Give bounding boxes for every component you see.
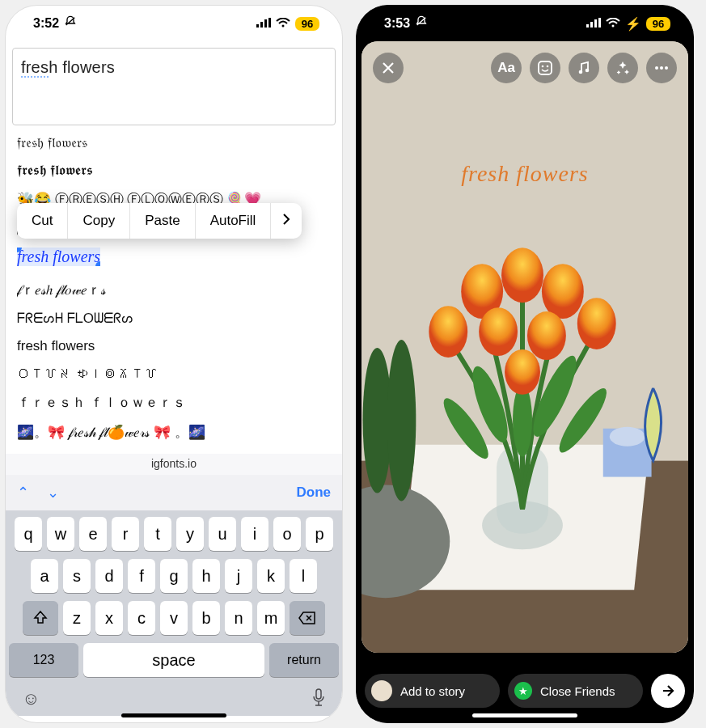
svg-rect-2 [264, 19, 267, 28]
key-e[interactable]: e [79, 517, 107, 551]
add-to-story-button[interactable]: Add to story [365, 674, 500, 708]
wifi-icon [606, 16, 620, 31]
kb-prev-arrow-icon[interactable]: ⌃ [17, 484, 29, 502]
effects-tool-button[interactable] [607, 53, 638, 83]
return-key[interactable]: return [269, 643, 339, 677]
svg-point-26 [479, 307, 518, 356]
svg-rect-34 [539, 61, 552, 74]
svg-point-41 [665, 66, 668, 70]
font-row-selected[interactable]: fresh flowers [17, 248, 100, 266]
close-friends-button[interactable]: ★ Close Friends [508, 674, 643, 708]
svg-point-25 [429, 306, 467, 358]
key-m[interactable]: m [257, 601, 285, 635]
svg-rect-5 [316, 689, 321, 699]
key-j[interactable]: j [225, 559, 252, 593]
cellular-icon [256, 16, 271, 31]
key-c[interactable]: c [128, 601, 155, 635]
font-variant-list[interactable]: Cut Copy Paste AutoFill 𝔣𝔯𝔢𝔰𝔥 𝔣𝔩𝔬𝔴𝔢𝔯𝔰𝖋𝖗𝖊… [6, 129, 342, 454]
shift-key[interactable] [23, 601, 58, 635]
key-w[interactable]: w [47, 517, 74, 551]
phone-igfonts: 3:52 96 fresh flowers Cut Copy Paste Aut… [5, 5, 343, 723]
backspace-key[interactable] [290, 601, 325, 635]
cellular-icon [586, 16, 601, 31]
home-indicator[interactable] [121, 713, 226, 717]
text-tool-button[interactable]: Aa [491, 53, 522, 83]
key-o[interactable]: o [273, 517, 301, 551]
status-bar: 3:52 96 [6, 6, 342, 41]
key-b[interactable]: b [192, 601, 220, 635]
font-row[interactable]: ｆｒｅｓｈ ｆｌｏｗｅｒｓ [17, 393, 331, 412]
key-t[interactable]: t [144, 517, 171, 551]
silent-icon [64, 15, 77, 32]
menu-paste[interactable]: Paste [130, 203, 194, 239]
key-n[interactable]: n [225, 601, 252, 635]
key-v[interactable]: v [160, 601, 188, 635]
browser-url[interactable]: igfonts.io [6, 454, 342, 475]
key-d[interactable]: d [95, 559, 123, 593]
close-button[interactable] [373, 53, 404, 83]
key-y[interactable]: y [176, 517, 204, 551]
ios-keyboard: qwertyuiop asdfghjkl zxcvbnm 123 space r… [6, 510, 342, 716]
keyboard-toolbar: ⌃ ⌄ Done [6, 475, 342, 510]
story-text-overlay[interactable]: fresh flowers [361, 161, 688, 187]
key-k[interactable]: k [257, 559, 285, 593]
menu-copy[interactable]: Copy [68, 203, 129, 239]
svg-point-39 [655, 66, 658, 70]
music-tool-button[interactable] [569, 53, 599, 83]
font-row[interactable]: 𝖋𝖗𝖊𝖘𝖍 𝖋𝖑𝖔𝖜𝖊𝖗𝖘 [17, 163, 331, 179]
text-input-field[interactable]: fresh flowers [12, 48, 336, 125]
menu-more[interactable] [271, 213, 302, 229]
font-row[interactable]: ᖴᖇᗴᔕᕼ ᖴᒪOᗯᗴᖇᔕ [17, 311, 331, 327]
keyboard-done-button[interactable]: Done [297, 485, 332, 501]
menu-cut[interactable]: Cut [17, 203, 67, 239]
dictation-key-icon[interactable] [311, 688, 326, 711]
key-x[interactable]: x [95, 601, 123, 635]
svg-point-23 [542, 264, 584, 319]
wifi-icon [276, 16, 290, 31]
svg-point-33 [387, 340, 416, 501]
key-u[interactable]: u [209, 517, 236, 551]
numbers-key[interactable]: 123 [9, 643, 78, 677]
key-p[interactable]: p [306, 517, 333, 551]
story-canvas[interactable]: Aa fresh flowers [361, 41, 688, 653]
story-toolbar: Aa [373, 53, 677, 83]
close-friends-star-icon: ★ [514, 682, 532, 700]
key-r[interactable]: r [112, 517, 139, 551]
font-row[interactable]: ꄲ꓄꒦ꋊ ꉣ꒐ꉻꊼ꓄꒦ [17, 366, 331, 382]
key-a[interactable]: a [31, 559, 58, 593]
silent-icon [415, 15, 428, 32]
home-indicator[interactable] [472, 713, 577, 717]
phone-instagram-story: 3:53 ⚡ 96 [356, 5, 694, 723]
send-button[interactable] [651, 674, 685, 708]
svg-rect-0 [256, 24, 259, 28]
svg-point-4 [282, 25, 285, 28]
space-key[interactable]: space [83, 643, 264, 677]
font-row[interactable]: 𝔣𝔯𝔢𝔰𝔥 𝔣𝔩𝔬𝔴𝔢𝔯𝔰 [17, 135, 331, 151]
font-row[interactable]: 🌌。🎀 𝒻𝓇𝑒𝓈𝒽 𝒻𝓁🍊𝓌𝑒𝓇𝓈 🎀 。🌌 [17, 423, 331, 442]
font-row[interactable]: fresh flowers [17, 338, 331, 354]
key-h[interactable]: h [192, 559, 220, 593]
key-g[interactable]: g [160, 559, 188, 593]
key-i[interactable]: i [241, 517, 268, 551]
key-f[interactable]: f [128, 559, 155, 593]
key-q[interactable]: q [15, 517, 42, 551]
svg-point-35 [542, 66, 544, 68]
sticker-tool-button[interactable] [530, 53, 560, 83]
svg-rect-9 [598, 18, 601, 28]
key-l[interactable]: l [290, 559, 317, 593]
emoji-key-icon[interactable]: ☺ [22, 688, 40, 711]
add-to-story-label: Add to story [400, 684, 465, 698]
svg-point-27 [527, 311, 566, 360]
key-z[interactable]: z [63, 601, 91, 635]
key-s[interactable]: s [63, 559, 91, 593]
svg-rect-7 [590, 22, 593, 28]
menu-autofill[interactable]: AutoFill [196, 203, 271, 239]
story-share-bar: Add to story ★ Close Friends [365, 674, 685, 708]
kb-next-arrow-icon[interactable]: ⌄ [47, 484, 59, 502]
font-row[interactable]: 𝒻ｒ𝑒𝓈ℎ 𝒻𝓁𝑜𝓌𝑒ｒ𝓈 [17, 281, 331, 299]
svg-point-40 [660, 66, 663, 70]
input-leading: fres [21, 58, 49, 78]
svg-point-30 [610, 427, 645, 447]
more-tool-button[interactable] [646, 53, 677, 83]
svg-point-36 [547, 66, 549, 68]
